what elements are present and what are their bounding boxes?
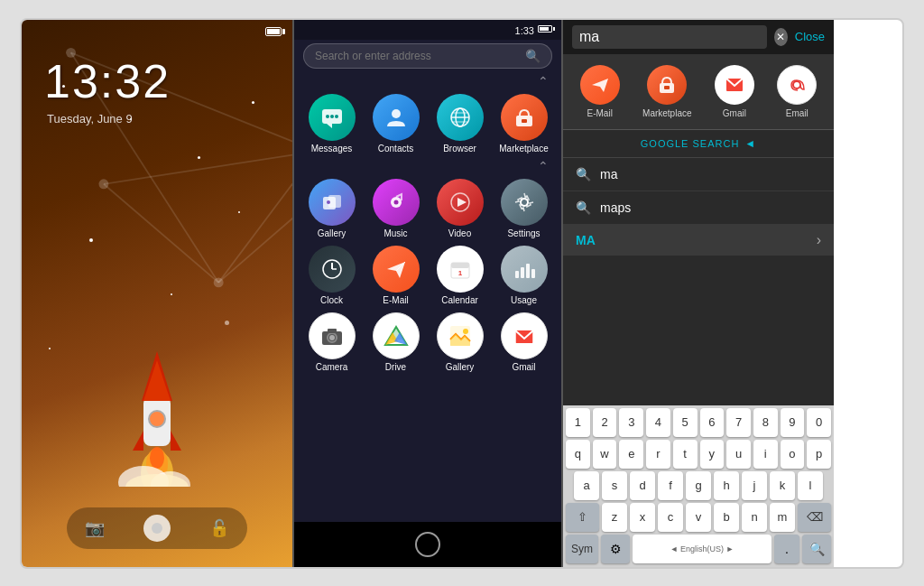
phone3-search-input[interactable] <box>572 25 767 49</box>
key-p[interactable]: p <box>807 440 831 469</box>
search-result-ma[interactable]: 🔍 ma <box>563 158 834 191</box>
app-drive[interactable]: Drive <box>367 312 424 372</box>
app-clock[interactable]: Clock <box>303 246 360 305</box>
app-gmail-ph2[interactable]: Gmail <box>495 312 552 372</box>
svg-marker-25 <box>327 124 332 128</box>
key-a[interactable]: a <box>574 471 599 500</box>
google-search-header: GOOGLE SEARCH ◄ <box>563 130 834 158</box>
calendar-icon: 1 <box>437 246 484 293</box>
key-8[interactable]: 8 <box>753 408 778 437</box>
app-grid-row2: Gallery Music Video Settings <box>294 175 561 242</box>
key-backspace[interactable]: ⌫ <box>798 503 831 532</box>
clock-icon <box>309 246 356 293</box>
key-7[interactable]: 7 <box>726 408 751 437</box>
key-t[interactable]: t <box>673 440 698 469</box>
phone3-close-button[interactable]: Close <box>795 30 825 43</box>
app-calendar[interactable]: 1 Calendar <box>431 246 488 305</box>
svg-rect-36 <box>522 119 527 123</box>
phone2-battery <box>538 25 552 33</box>
suggestion-gmail-label: Gmail <box>723 108 746 118</box>
key-k[interactable]: k <box>770 471 795 500</box>
phone3-clear-button[interactable]: ✕ <box>774 28 788 46</box>
key-6[interactable]: 6 <box>700 408 725 437</box>
app-usage[interactable]: Usage <box>495 246 552 305</box>
app-camera[interactable]: Camera <box>303 312 360 372</box>
app-gallery[interactable]: Gallery <box>303 179 360 238</box>
suggestion-email2[interactable]: Email <box>777 65 817 118</box>
key-x[interactable]: x <box>630 503 655 532</box>
svg-rect-51 <box>451 263 469 268</box>
key-gear[interactable]: ⚙ <box>601 535 630 563</box>
app-marketplace[interactable]: Marketplace <box>495 94 552 153</box>
phone2-home-button[interactable] <box>415 532 440 557</box>
key-s[interactable]: s <box>602 471 627 500</box>
key-e[interactable]: e <box>619 440 643 469</box>
key-c[interactable]: c <box>658 503 683 532</box>
suggestion-marketplace-label: Marketplace <box>642 108 691 118</box>
suggestion-email2-label: Email <box>786 108 808 118</box>
key-period[interactable]: . <box>774 535 799 563</box>
key-r[interactable]: r <box>646 440 670 469</box>
app-music[interactable]: Music <box>367 179 424 238</box>
key-0[interactable]: 0 <box>807 408 831 437</box>
key-o[interactable]: o <box>781 440 805 469</box>
key-l[interactable]: l <box>798 471 823 500</box>
app-contacts[interactable]: Contacts <box>367 94 424 153</box>
key-h[interactable]: h <box>714 471 739 500</box>
key-search[interactable]: 🔍 <box>802 535 831 563</box>
app-settings[interactable]: Settings <box>495 179 552 238</box>
key-y[interactable]: y <box>700 440 725 469</box>
key-z[interactable]: z <box>602 503 627 532</box>
key-w[interactable]: w <box>593 440 617 469</box>
app-gallery2[interactable]: Gallery <box>431 312 488 372</box>
lock-home-button[interactable] <box>143 515 171 542</box>
key-b[interactable]: b <box>714 503 739 532</box>
svg-point-27 <box>330 115 334 118</box>
key-shift[interactable]: ⇧ <box>566 503 599 532</box>
key-4[interactable]: 4 <box>646 408 670 437</box>
search-result-maps[interactable]: 🔍 maps <box>563 191 834 225</box>
key-sym[interactable]: Sym <box>566 535 598 563</box>
phone2-time: 1:33 <box>515 25 534 36</box>
phone2-search-input[interactable] <box>315 50 525 62</box>
key-5[interactable]: 5 <box>673 408 698 437</box>
svg-point-66 <box>463 329 468 334</box>
marketplace-icon <box>501 94 548 141</box>
browser-icon <box>437 94 484 141</box>
key-j[interactable]: j <box>742 471 767 500</box>
lock-controls-bar: 📷 🔓 <box>67 507 247 549</box>
key-9[interactable]: 9 <box>781 408 805 437</box>
key-3[interactable]: 3 <box>619 408 643 437</box>
key-i[interactable]: i <box>753 440 778 469</box>
key-f[interactable]: f <box>658 471 683 500</box>
app-email[interactable]: E-Mail <box>367 246 424 305</box>
key-space[interactable]: ◄ English(US) ► <box>633 535 772 563</box>
suggestion-gmail[interactable]: Gmail <box>715 65 754 118</box>
unlock-icon[interactable]: 🔓 <box>209 518 229 538</box>
svg-rect-56 <box>531 269 535 278</box>
app-browser[interactable]: Browser <box>431 94 488 153</box>
svg-point-28 <box>335 115 338 118</box>
key-n[interactable]: n <box>742 503 767 532</box>
svg-rect-60 <box>328 329 337 333</box>
key-v[interactable]: v <box>686 503 711 532</box>
camera-lock-icon[interactable]: 📷 <box>85 518 105 538</box>
key-2[interactable]: 2 <box>593 408 617 437</box>
gmail-ph2-label: Gmail <box>512 362 535 372</box>
chevron-up-icon-2[interactable]: ⌃ <box>294 157 561 175</box>
phone2-search-bar[interactable]: 🔍 <box>303 43 552 69</box>
key-d[interactable]: d <box>630 471 655 500</box>
keyboard-row-qwerty: q w e r t y u i o p <box>563 437 834 469</box>
app-video[interactable]: Video <box>431 179 488 238</box>
key-1[interactable]: 1 <box>566 408 590 437</box>
suggestion-email-label: E-Mail <box>587 108 613 118</box>
key-g[interactable]: g <box>686 471 711 500</box>
ma-suggestion-row[interactable]: MA › <box>563 225 834 256</box>
chevron-up-icon[interactable]: ⌃ <box>294 72 561 90</box>
suggestion-marketplace[interactable]: Marketplace <box>642 65 691 118</box>
key-u[interactable]: u <box>726 440 751 469</box>
key-m[interactable]: m <box>770 503 795 532</box>
app-messages[interactable]: Messages <box>303 94 360 153</box>
suggestion-email[interactable]: E-Mail <box>580 65 620 118</box>
key-q[interactable]: q <box>566 440 590 469</box>
